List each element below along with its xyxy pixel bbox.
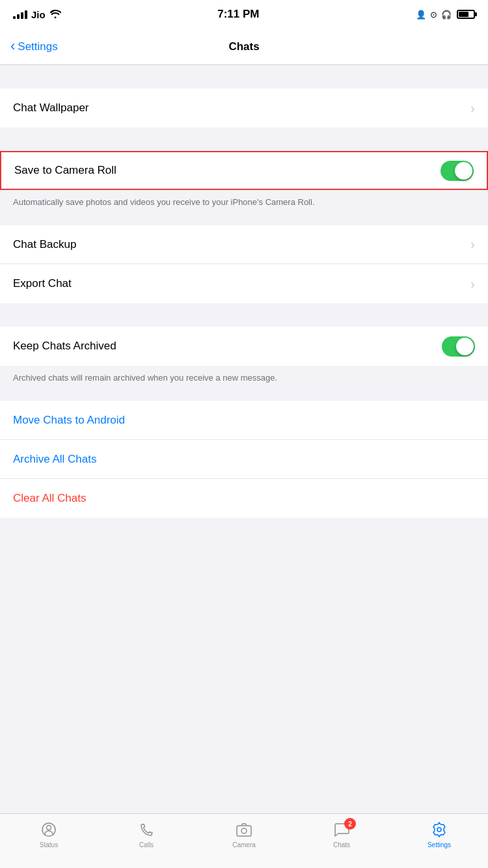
tab-item-settings[interactable]: Settings (390, 821, 488, 848)
status-bar: Jio 7:11 PM 👤 ⊙ 🎧 (0, 0, 488, 29)
settings-tab-label: Settings (427, 841, 451, 848)
chats-badge: 2 (344, 818, 356, 830)
tab-bar: Status Calls Camera 2 Chats (0, 813, 488, 868)
chats-tab-icon: 2 (332, 821, 351, 839)
status-tab-label: Status (40, 841, 58, 848)
section-spacer-5 (0, 394, 488, 401)
status-tab-icon (40, 821, 58, 839)
back-label: Settings (18, 40, 57, 53)
chats-tab-label: Chats (333, 841, 350, 848)
status-time: 7:11 PM (217, 8, 259, 21)
chat-backup-label: Chat Backup (13, 238, 76, 251)
archive-description: Archived chats will remain archived when… (0, 366, 488, 394)
keep-chats-archived-row: Keep Chats Archived (0, 327, 488, 366)
chevron-right-icon-3: › (470, 277, 475, 292)
chevron-right-icon-2: › (470, 237, 475, 252)
status-left: Jio (13, 9, 61, 20)
archive-section: Keep Chats Archived (0, 327, 488, 366)
chat-wallpaper-row[interactable]: Chat Wallpaper › (0, 88, 488, 128)
navigation-bar: ‹ Settings Chats (0, 29, 488, 65)
keep-chats-archived-toggle[interactable] (442, 336, 475, 357)
signal-bars (13, 10, 27, 19)
wallpaper-section: Chat Wallpaper › (0, 88, 488, 128)
calls-tab-icon (137, 821, 156, 839)
keep-chats-archived-label: Keep Chats Archived (13, 340, 116, 353)
actions-section: Move Chats to Android Archive All Chats … (0, 401, 488, 518)
svg-point-4 (437, 828, 441, 832)
clear-all-chats-label: Clear All Chats (13, 492, 86, 505)
svg-point-1 (47, 826, 51, 830)
toggle-knob-2 (456, 338, 474, 355)
carrier-name: Jio (31, 9, 46, 20)
person-icon: 👤 (416, 10, 426, 20)
save-camera-roll-row: Save to Camera Roll (1, 152, 487, 189)
svg-point-3 (241, 828, 247, 834)
chevron-right-icon: › (470, 101, 475, 116)
section-spacer-2 (0, 128, 488, 151)
archive-all-chats-row[interactable]: Archive All Chats (0, 440, 488, 479)
status-right: 👤 ⊙ 🎧 (416, 10, 475, 20)
page-title: Chats (228, 40, 259, 53)
export-chat-label: Export Chat (13, 277, 72, 290)
svg-rect-2 (237, 826, 251, 836)
clear-all-chats-row[interactable]: Clear All Chats (0, 479, 488, 518)
back-chevron-icon: ‹ (10, 39, 15, 53)
section-spacer-1 (0, 65, 488, 88)
content-area: Chat Wallpaper › Save to Camera Roll Aut… (0, 65, 488, 573)
settings-tab-icon (430, 821, 448, 839)
tab-item-chats[interactable]: 2 Chats (293, 821, 390, 848)
move-chats-android-label: Move Chats to Android (13, 414, 125, 427)
save-camera-roll-label: Save to Camera Roll (14, 164, 116, 177)
section-spacer-3 (0, 219, 488, 225)
toggle-knob (455, 162, 472, 180)
tab-item-camera[interactable]: Camera (195, 821, 293, 848)
move-chats-android-row[interactable]: Move Chats to Android (0, 401, 488, 440)
status-icons: 👤 ⊙ 🎧 (416, 10, 452, 20)
chat-backup-row[interactable]: Chat Backup › (0, 225, 488, 264)
archive-all-chats-label: Archive All Chats (13, 453, 97, 466)
section-spacer-4 (0, 303, 488, 327)
camera-roll-description: Automatically save photos and videos you… (0, 190, 488, 219)
save-camera-roll-toggle[interactable] (441, 161, 474, 181)
tab-item-calls[interactable]: Calls (98, 821, 195, 848)
camera-roll-section: Save to Camera Roll (0, 151, 488, 190)
back-button[interactable]: ‹ Settings (10, 40, 58, 53)
camera-tab-label: Camera (232, 841, 256, 848)
calls-tab-label: Calls (139, 841, 154, 848)
lock-icon: ⊙ (430, 10, 437, 20)
wifi-icon (49, 9, 61, 20)
headphone-icon: 🎧 (441, 10, 452, 20)
backup-export-section: Chat Backup › Export Chat › (0, 225, 488, 303)
camera-tab-icon (235, 821, 253, 839)
export-chat-row[interactable]: Export Chat › (0, 264, 488, 303)
chat-wallpaper-label: Chat Wallpaper (13, 102, 89, 115)
battery-icon (457, 10, 475, 19)
tab-item-status[interactable]: Status (0, 821, 98, 848)
